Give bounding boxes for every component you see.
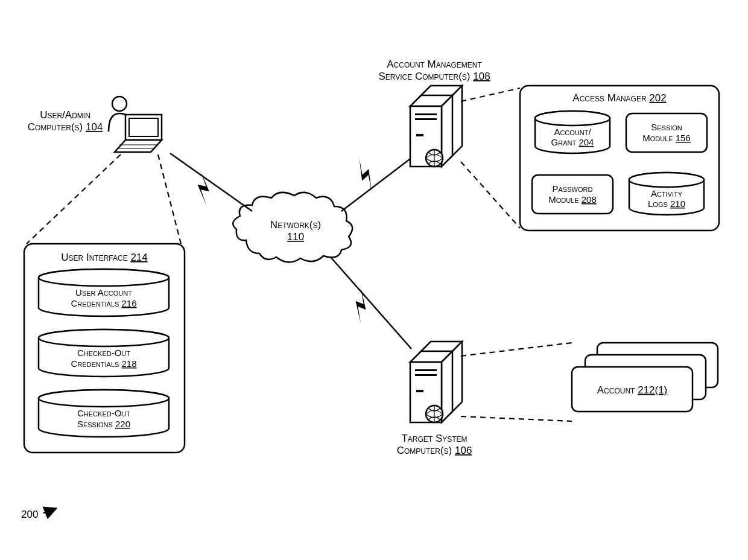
link-line	[331, 257, 411, 349]
callout-line	[158, 154, 181, 244]
am-item-2-l2: Module 208	[548, 194, 597, 205]
ui-cyl-2-l2: Sessions 220	[77, 419, 130, 429]
target-server-group	[410, 342, 462, 422]
callout-line	[461, 88, 520, 101]
account-card-stack: Account 212(1)	[572, 343, 718, 412]
user-interface-panel: User Interface 214 User Account Credenti…	[24, 244, 185, 453]
user-admin-label-2: Computer(s) 104	[28, 121, 103, 133]
link-line	[170, 153, 252, 211]
svg-rect-10	[129, 118, 158, 136]
am-item-1-l2: Module 156	[642, 133, 691, 143]
ams-server-group	[410, 86, 462, 167]
ui-cyl-1-l2: Credentials 218	[71, 358, 136, 369]
callout-line	[461, 343, 572, 356]
network-label: Network(s)	[270, 219, 321, 231]
user-admin-node	[109, 97, 162, 152]
network-ref: 110	[287, 231, 304, 243]
access-manager-title: Access Manager 202	[572, 92, 666, 104]
callout-line	[461, 416, 572, 421]
am-item-2-l1: Password	[553, 183, 593, 194]
diagram-figure: 200 User/Admin Computer(s) 104 User Inte…	[0, 0, 748, 560]
svg-point-9	[112, 97, 127, 111]
network-cloud: Network(s) 110	[233, 192, 352, 262]
figure-ref: 200	[21, 509, 55, 520]
ui-cyl-0-l1: User Account	[75, 287, 132, 298]
account-card-label: Account 212(1)	[597, 384, 668, 396]
ams-label-2: Service Computer(s) 108	[378, 71, 490, 82]
am-item-0-l1: Account/	[554, 127, 591, 137]
am-item-1-l1: Session	[651, 122, 682, 132]
callout-line	[27, 154, 121, 244]
user-interface-title: User Interface 214	[61, 252, 148, 263]
ams-label-1: Account Management	[387, 59, 482, 70]
callout-line	[461, 162, 520, 228]
link-line	[341, 153, 417, 211]
am-item-3-l1: Activity	[651, 188, 683, 199]
ui-cyl-0-l2: Credentials 216	[71, 298, 136, 308]
am-item-3-l2: Logs 210	[648, 199, 685, 209]
user-admin-label-1: User/Admin	[40, 109, 90, 121]
access-manager-panel: Access Manager 202 Account/ Grant 204 Se…	[520, 86, 719, 231]
ui-cyl-1-l1: Checked-Out	[77, 348, 130, 358]
target-label-1: Target System	[401, 433, 467, 444]
target-label-2: Computer(s) 106	[397, 445, 472, 456]
ui-cyl-2-l1: Checked-Out	[77, 408, 130, 418]
am-item-0-l2: Grant 204	[551, 137, 594, 147]
figure-ref-number: 200	[21, 509, 38, 520]
